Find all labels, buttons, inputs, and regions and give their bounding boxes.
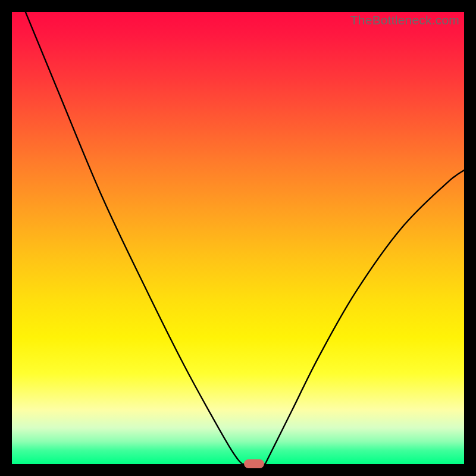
bottleneck-curve [12, 12, 464, 464]
optimum-marker [244, 459, 264, 468]
plot-area: TheBottleneck.com [12, 12, 464, 464]
chart-frame: TheBottleneck.com [0, 0, 476, 476]
curve-path [26, 12, 464, 464]
